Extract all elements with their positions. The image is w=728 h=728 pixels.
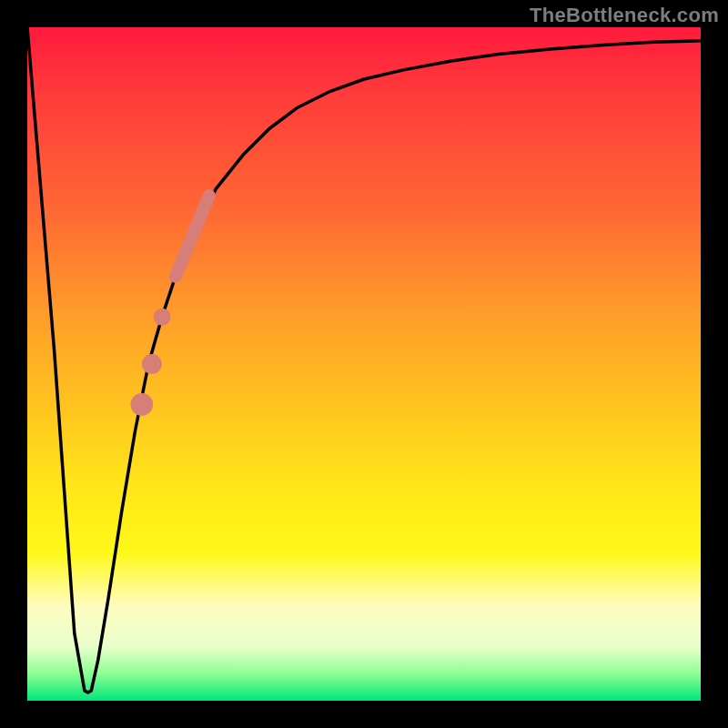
chart-svg: [27, 27, 701, 701]
curve-markers: [130, 196, 208, 416]
marker-dot: [154, 308, 171, 326]
marker-dot: [130, 393, 153, 416]
chart-frame: TheBottleneck.com: [0, 0, 728, 728]
marker-segment: [176, 196, 209, 277]
watermark-text: TheBottleneck.com: [530, 4, 719, 27]
marker-dot: [142, 354, 162, 374]
bottleneck-curve: [27, 27, 701, 693]
